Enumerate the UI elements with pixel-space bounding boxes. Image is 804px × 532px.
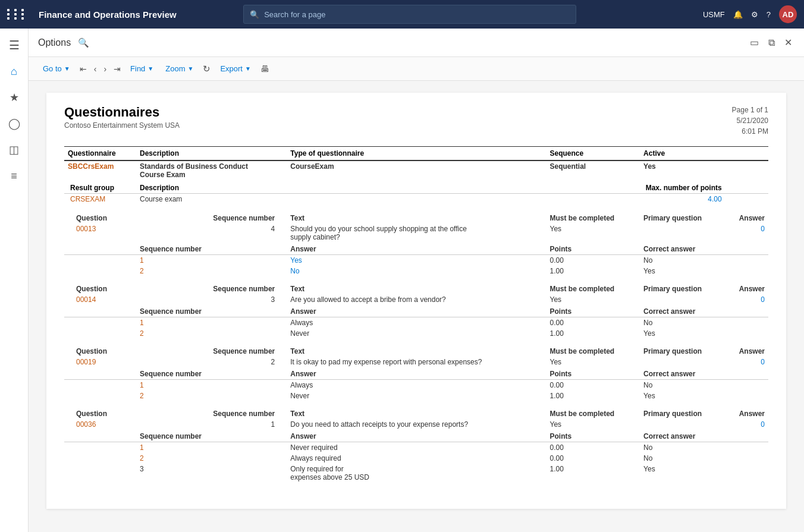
ans-seq-2: 2 bbox=[136, 266, 287, 276]
question-row-00036: 00036 1 Do you need to attach receipts t… bbox=[64, 419, 768, 430]
ans-pts-1: 0.00 bbox=[547, 255, 640, 266]
close-icon[interactable]: ✕ bbox=[782, 34, 794, 51]
refresh-icon[interactable]: ↻ bbox=[200, 61, 213, 77]
options-search-icon[interactable]: 🔍 bbox=[78, 37, 89, 48]
answer-header-00036: Sequence number Answer Points Correct an… bbox=[64, 430, 768, 442]
ans-pts-14-2: 1.00 bbox=[547, 328, 640, 339]
q-must-00014: Yes bbox=[547, 294, 640, 305]
question-header-00013: Question Sequence number Text Must be co… bbox=[64, 209, 768, 223]
search-placeholder: Search for a page bbox=[264, 10, 325, 19]
q-text-00013: Should you do your school supply shoppin… bbox=[287, 223, 546, 243]
questionnaire-empty bbox=[726, 160, 768, 180]
notifications-icon[interactable]: 🔔 bbox=[733, 10, 743, 19]
col-sequence: Sequence bbox=[547, 147, 640, 161]
q-text-label: Text bbox=[287, 209, 546, 223]
q-must-00013: Yes bbox=[547, 223, 640, 243]
help-icon[interactable]: ? bbox=[767, 10, 771, 19]
nav-grid-icon[interactable] bbox=[7, 9, 27, 20]
q-must-label: Must be completed bbox=[547, 209, 640, 223]
ans-text-label: Answer bbox=[287, 243, 546, 255]
find-button[interactable]: Find ▼ bbox=[125, 62, 158, 75]
report-toolbar: Go to ▼ ⇤ ‹ › ⇥ Find ▼ Zoom ▼ ↻ Export ▼… bbox=[29, 57, 804, 81]
ans-text-1: Yes bbox=[287, 255, 546, 266]
questionnaire-id: SBCCrsExam bbox=[64, 160, 136, 180]
options-actions: ▭ ⧉ ✕ bbox=[748, 34, 794, 51]
q-text-label-14: Text bbox=[287, 280, 546, 294]
nav-prev-icon[interactable]: ‹ bbox=[92, 62, 99, 76]
ans-empty bbox=[64, 243, 136, 255]
ans-correct-label: Correct answer bbox=[640, 243, 768, 255]
sidebar-item-menu[interactable]: ☰ bbox=[2, 33, 26, 57]
top-bar: Finance and Operations Preview 🔍 Search … bbox=[0, 0, 804, 29]
report-date: 5/21/2020 bbox=[732, 115, 768, 126]
rg-id: CRSEXAM bbox=[64, 194, 136, 205]
content-area: Options 🔍 ▭ ⧉ ✕ Go to ▼ ⇤ ‹ › ⇥ Find ▼ Z bbox=[29, 29, 804, 532]
sidebar-item-home[interactable]: ⌂ bbox=[2, 59, 26, 83]
report-content: Questionnaires Contoso Entertainment Sys… bbox=[29, 81, 804, 532]
settings-icon[interactable]: ⚙ bbox=[751, 10, 758, 19]
questionnaire-seq: Sequential bbox=[547, 160, 640, 180]
fullscreen-icon[interactable]: ▭ bbox=[748, 34, 761, 51]
nav-next-icon[interactable]: › bbox=[101, 62, 109, 76]
open-external-icon[interactable]: ⧉ bbox=[766, 35, 777, 51]
q-answer-00013: 0 bbox=[726, 223, 768, 243]
search-icon: 🔍 bbox=[250, 10, 259, 19]
top-bar-right: USMF 🔔 ⚙ ? AD bbox=[703, 5, 797, 23]
ans-correct-label-14: Correct answer bbox=[640, 305, 768, 317]
find-chevron: ▼ bbox=[147, 65, 153, 72]
rg-maxpts-label: Max. number of points bbox=[287, 180, 725, 194]
ans-text-2: No bbox=[287, 266, 546, 276]
ans-seq-1: 1 bbox=[136, 255, 287, 266]
answer-header-00014: Sequence number Answer Points Correct an… bbox=[64, 305, 768, 317]
ans-text-label-14: Answer bbox=[287, 305, 546, 317]
q-text-00014: Are you allowed to accept a bribe from a… bbox=[287, 294, 546, 305]
answer-header-00019: Sequence number Answer Points Correct an… bbox=[64, 367, 768, 380]
goto-button[interactable]: Go to ▼ bbox=[38, 62, 75, 75]
answer-header-00013: Sequence number Answer Points Correct an… bbox=[64, 243, 768, 255]
export-label: Export bbox=[220, 64, 243, 73]
report-page-label: Page 1 of 1 bbox=[732, 105, 768, 115]
avatar[interactable]: AD bbox=[779, 5, 797, 23]
q-answer-label-14: Answer bbox=[726, 280, 768, 294]
answer-row-00036-1: 1 Never required 0.00 No bbox=[64, 442, 768, 454]
answer-row-00019-1: 1 Always 0.00 No bbox=[64, 380, 768, 391]
zoom-chevron: ▼ bbox=[187, 65, 193, 72]
sidebar-item-recent[interactable]: ◯ bbox=[2, 112, 26, 136]
nav-last-icon[interactable]: ⇥ bbox=[111, 62, 123, 76]
ans-empty-1 bbox=[64, 255, 136, 266]
ans-text-14-1: Always bbox=[287, 317, 546, 329]
find-label: Find bbox=[130, 64, 145, 73]
export-button[interactable]: Export ▼ bbox=[215, 62, 255, 75]
q-primary-label: Primary question bbox=[640, 209, 726, 223]
nav-first-icon[interactable]: ⇤ bbox=[77, 62, 89, 76]
answer-row-00013-1: 1 Yes 0.00 No bbox=[64, 255, 768, 266]
main-layout: ☰ ⌂ ★ ◯ ◫ ≡ Options 🔍 ▭ ⧉ ✕ Go to ▼ ⇤ ‹ … bbox=[0, 29, 804, 532]
answer-row-00019-2: 2 Never 1.00 Yes bbox=[64, 391, 768, 401]
sidebar-item-favorites[interactable]: ★ bbox=[2, 86, 26, 109]
q-seq-00013: 4 bbox=[136, 223, 287, 243]
ans-points-label: Points bbox=[547, 243, 640, 255]
sidebar-item-workspaces[interactable]: ◫ bbox=[2, 138, 26, 162]
col-description: Description bbox=[136, 147, 287, 161]
question-row-00013: 00013 4 Should you do your school supply… bbox=[64, 223, 768, 243]
question-header-00019: Question Sequence number Text Must be co… bbox=[64, 342, 768, 357]
q-answer-00014: 0 bbox=[726, 294, 768, 305]
zoom-label: Zoom bbox=[165, 64, 185, 73]
sidebar-item-modules[interactable]: ≡ bbox=[2, 164, 26, 188]
answer-row-00036-3: 3 Only required forexpenses above 25 USD… bbox=[64, 464, 768, 483]
zoom-button[interactable]: Zoom ▼ bbox=[161, 62, 198, 75]
search-bar[interactable]: 🔍 Search for a page bbox=[243, 5, 576, 24]
answer-row-00036-2: 2 Always required 0.00 No bbox=[64, 453, 768, 464]
print-icon[interactable]: 🖶 bbox=[258, 61, 272, 76]
rg-desc-label: Description bbox=[136, 180, 287, 194]
report-subtitle: Contoso Entertainment System USA bbox=[64, 121, 180, 130]
app-title: Finance and Operations Preview bbox=[39, 10, 177, 20]
q-answer-label: Answer bbox=[726, 209, 768, 223]
ans-pts-2: 1.00 bbox=[547, 266, 640, 276]
question-row-00014: 00014 3 Are you allowed to accept a brib… bbox=[64, 294, 768, 305]
col-questionnaire: Questionnaire bbox=[64, 147, 136, 161]
q-primary-label-14: Primary question bbox=[640, 280, 726, 294]
ans-seq-14-1: 1 bbox=[136, 317, 287, 329]
company-label[interactable]: USMF bbox=[703, 10, 725, 19]
ans-seq-14-2: 2 bbox=[136, 328, 287, 339]
